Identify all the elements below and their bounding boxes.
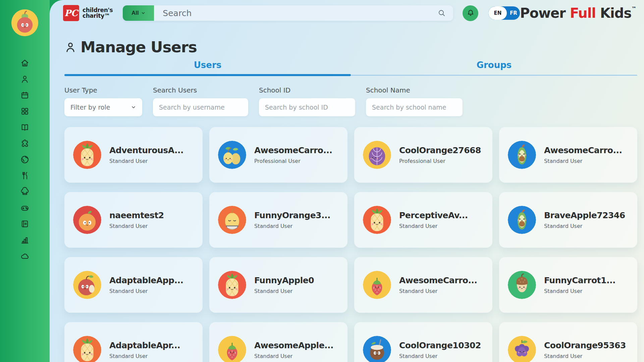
strawberry-avatar	[218, 336, 246, 362]
user-role: Standard User	[399, 353, 481, 359]
sidebar-item-cloud[interactable]	[20, 251, 30, 261]
strawberry-avatar	[363, 271, 391, 299]
chevron-down-icon	[131, 105, 136, 110]
user-card[interactable]: BraveApple72346 Standard User	[499, 192, 637, 248]
grid-icon	[20, 107, 30, 116]
sidebar	[0, 0, 50, 362]
user-card[interactable]: FunnyCarrot1... Standard User	[499, 257, 637, 313]
user-card[interactable]: FunnyApple0 Standard User	[209, 257, 347, 313]
sidebar-item-calendar[interactable]	[20, 90, 30, 100]
school-id-search-input[interactable]	[265, 104, 349, 111]
language-fr[interactable]: FR	[507, 6, 520, 20]
sidebar-item-journal[interactable]	[20, 219, 30, 229]
utensils-icon	[20, 171, 30, 180]
language-en[interactable]: EN	[488, 6, 507, 20]
user-name: naeemtest2	[109, 210, 164, 220]
global-search: All	[123, 5, 453, 21]
username-search-input[interactable]	[159, 104, 242, 111]
page-title-row: Manage Users	[64, 38, 637, 56]
sidebar-item-utensils[interactable]	[20, 171, 30, 180]
sidebar-item-book-open[interactable]	[20, 123, 30, 132]
bar-chart-icon	[20, 235, 30, 245]
charity-logo: PC children's charity™	[63, 5, 113, 21]
cabbage-avatar	[363, 141, 391, 169]
user-role: Standard User	[109, 158, 183, 164]
sidebar-item-globe[interactable]	[20, 155, 30, 164]
tabs: Users Groups	[64, 60, 637, 76]
tab-users-underline	[64, 74, 351, 76]
chevron-down-icon	[141, 11, 146, 15]
user-name: CoolOrange10302	[399, 341, 481, 350]
user-card[interactable]: AwesomeApple... Standard User	[209, 322, 347, 362]
acorn-avatar	[508, 271, 536, 299]
user-role: Professional User	[254, 158, 332, 164]
pineapple-avatar	[218, 271, 246, 299]
user-name: FunnyCarrot1...	[544, 276, 615, 285]
chef-hat-icon	[20, 187, 30, 196]
pineapple-avatar	[73, 141, 101, 169]
user-name: CoolOrange95363	[544, 341, 626, 350]
user-role: Standard User	[109, 288, 183, 294]
user-card[interactable]: FunnyOrange3... Standard User	[209, 192, 347, 248]
profile-avatar[interactable]	[11, 9, 38, 36]
apple-avatar	[73, 271, 101, 299]
user-card[interactable]: AwesomeCarro... Standard User	[499, 127, 637, 183]
tab-groups-underline	[351, 75, 637, 76]
pineapple-avatar	[73, 336, 101, 362]
content-area: PC children's charity™ All	[50, 0, 644, 362]
user-name: AdventurousA...	[109, 145, 183, 155]
gamepad-icon	[20, 203, 30, 213]
user-card[interactable]: CoolOrange95363 Standard User	[499, 322, 637, 362]
main: Manage Users Users Groups User Type Filt…	[50, 38, 644, 362]
tab-groups[interactable]: Groups	[351, 60, 637, 76]
calendar-icon	[20, 90, 30, 100]
user-card[interactable]: AwesomeCarro... Professional User	[209, 127, 347, 183]
user-card[interactable]: AdaptableApp... Standard User	[64, 257, 203, 313]
user-name: AwesomeCarro...	[544, 145, 622, 155]
user-card[interactable]: CoolOrange10302 Standard User	[354, 322, 492, 362]
user-name: AwesomeCarro...	[399, 276, 477, 285]
user-card[interactable]: naeemtest2 Standard User	[64, 192, 203, 248]
filter-school-name: School Name	[366, 86, 463, 116]
grapes-avatar	[508, 336, 536, 362]
school-name-search-input[interactable]	[372, 104, 457, 111]
user-card[interactable]: AdaptableApr... Standard User	[64, 322, 203, 362]
user-role: Standard User	[254, 353, 333, 359]
user-role: Standard User	[544, 288, 615, 294]
user-card[interactable]: AdventurousA... Standard User	[64, 127, 203, 183]
sidebar-item-home[interactable]	[20, 58, 30, 68]
user-card[interactable]: CoolOrange27668 Professional User	[354, 127, 492, 183]
avocado-avatar	[508, 141, 536, 169]
tab-users[interactable]: Users	[64, 60, 351, 76]
user-card[interactable]: PerceptiveAv... Standard User	[354, 192, 492, 248]
user-name: AwesomeCarro...	[254, 145, 332, 155]
sidebar-item-puzzle[interactable]	[20, 139, 30, 148]
user-type-select[interactable]: Filter by role	[64, 98, 142, 116]
brand-title: Power Full Kids™	[520, 5, 636, 21]
user-name: AwesomeApple...	[254, 341, 333, 350]
notifications-button[interactable]	[463, 5, 478, 21]
user-icon	[20, 74, 30, 84]
sidebar-item-grid[interactable]	[20, 107, 30, 116]
sleepy-fruit-avatar	[218, 206, 246, 234]
sidebar-item-bar-chart[interactable]	[20, 235, 30, 245]
language-toggle[interactable]: EN FR	[488, 6, 520, 20]
filter-school-id: School ID	[259, 86, 355, 116]
journal-icon	[20, 219, 30, 229]
user-role: Standard User	[109, 353, 180, 359]
sidebar-item-gamepad[interactable]	[20, 203, 30, 213]
sidebar-item-chef-hat[interactable]	[20, 187, 30, 196]
sidebar-item-user[interactable]	[20, 74, 30, 84]
search-input[interactable]	[154, 5, 453, 21]
globe-icon	[20, 155, 30, 164]
user-role: Standard User	[399, 223, 468, 229]
puzzle-icon	[20, 139, 30, 148]
user-role: Standard User	[399, 288, 477, 294]
peach-avatar	[73, 206, 101, 234]
page-title: Manage Users	[80, 38, 197, 56]
search-icon[interactable]	[438, 9, 446, 17]
user-name: BraveApple72346	[544, 210, 625, 220]
topbar: PC children's charity™ All	[50, 0, 644, 26]
search-scope-button[interactable]: All	[123, 5, 154, 21]
user-card[interactable]: AwesomeCarro... Standard User	[354, 257, 492, 313]
